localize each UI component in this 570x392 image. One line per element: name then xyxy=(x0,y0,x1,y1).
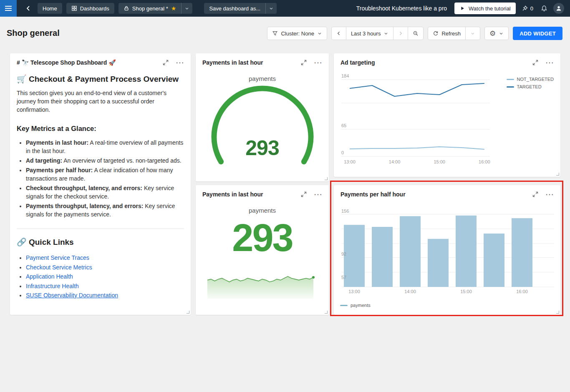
resize-handle[interactable] xyxy=(556,311,559,314)
pin-count: 0 xyxy=(530,5,533,12)
notes-section-heading: 🛒 Checkout & Payment Process Overview xyxy=(17,74,184,84)
widget-header: Ad targeting ⋯ xyxy=(334,53,560,66)
dashboard-settings-button[interactable]: ⚙ xyxy=(484,27,509,40)
save-as-chevron[interactable] xyxy=(265,3,277,14)
refresh-interval-chevron[interactable] xyxy=(465,27,480,40)
cluster-filter-button[interactable]: Cluster: None xyxy=(267,27,327,40)
metrics-list: Payments in last hour: A real-time overv… xyxy=(17,138,184,219)
expand-widget-button[interactable] xyxy=(300,191,307,198)
expand-widget-button[interactable] xyxy=(532,59,539,66)
widget-menu-button[interactable]: ⋯ xyxy=(314,192,322,196)
save-as-group: Save dashboard as... xyxy=(204,3,277,14)
widget-title: Ad targeting xyxy=(340,59,525,66)
widget-menu-button[interactable]: ⋯ xyxy=(545,192,554,196)
metrics-item: Checkout throughput, latency, and errors… xyxy=(26,184,184,201)
page-title: Shop general xyxy=(7,28,60,38)
metric-value: 293 xyxy=(196,218,329,258)
widget-title: # 🔭 Telescope Shop Dashboard 🚀 xyxy=(17,59,156,66)
pinned-items-button[interactable]: 0 xyxy=(520,3,535,13)
time-range-label: Last 3 hours xyxy=(351,30,381,37)
legend-label: TARGETED xyxy=(517,84,542,89)
resize-handle[interactable] xyxy=(187,311,189,314)
expand-widget-button[interactable] xyxy=(532,191,539,198)
metrics-item: Payments in last hour: A real-time overv… xyxy=(26,138,184,155)
bell-icon xyxy=(541,5,547,12)
legend-item-not-targeted[interactable]: NOT_TARGETED xyxy=(507,77,554,82)
notifications-button[interactable] xyxy=(539,3,549,13)
resize-handle[interactable] xyxy=(556,173,559,176)
resize-handle[interactable] xyxy=(325,311,328,314)
metrics-item: Payments throughput, latency, and errors… xyxy=(26,202,184,219)
watch-tutorial-button[interactable]: Watch the tutorial xyxy=(454,3,516,14)
svg-text:14:00: 14:00 xyxy=(404,289,416,294)
list-item: Payment Service Traces xyxy=(26,254,184,261)
expand-icon xyxy=(532,59,539,66)
widget-title: Payments per half hour xyxy=(340,191,525,198)
bar-chart: 156925713:0014:0015:0016:00 xyxy=(334,185,560,315)
series-label: payments xyxy=(196,207,329,214)
legend-item-targeted[interactable]: TARGETED xyxy=(507,84,554,89)
widget-menu-button[interactable]: ⋯ xyxy=(176,60,184,65)
hamburger-icon xyxy=(5,6,12,7)
user-avatar[interactable] xyxy=(553,3,564,14)
chevron-down-icon xyxy=(383,31,388,36)
zoom-out-time-button[interactable] xyxy=(408,27,424,40)
save-dashboard-as-button[interactable]: Save dashboard as... xyxy=(204,3,265,14)
favorite-star-icon[interactable]: ★ xyxy=(171,5,177,11)
dashboard-selector-chevron[interactable] xyxy=(181,3,192,14)
svg-text:16:00: 16:00 xyxy=(516,289,528,294)
expand-icon xyxy=(532,191,539,198)
promo-text: Troubleshoot Kubernetes like a pro xyxy=(356,5,447,12)
widget-header: # 🔭 Telescope Shop Dashboard 🚀 ⋯ xyxy=(10,53,191,66)
chevron-down-icon xyxy=(470,31,475,36)
series-label: payments xyxy=(196,75,329,82)
chevron-down-icon xyxy=(317,31,322,36)
top-navigation-bar: Home Dashboards Shop general * ★ Save da… xyxy=(0,0,570,17)
refresh-group: Refresh xyxy=(428,27,480,40)
metrics-item: Ad targeting: An overview of targeted vs… xyxy=(26,156,184,165)
add-widget-button[interactable]: ADD WIDGET xyxy=(513,27,562,40)
time-range-group: Last 3 hours xyxy=(331,27,424,40)
legend-swatch xyxy=(507,79,514,80)
widget-menu-button[interactable]: ⋯ xyxy=(545,60,554,65)
resize-handle[interactable] xyxy=(325,177,328,180)
time-range-button[interactable]: Last 3 hours xyxy=(346,27,394,40)
chart-legend: NOT_TARGETED TARGETED xyxy=(507,77,554,89)
back-button[interactable] xyxy=(23,3,33,13)
refresh-button[interactable]: Refresh xyxy=(428,27,466,40)
time-back-button[interactable] xyxy=(331,27,346,40)
home-button[interactable]: Home xyxy=(38,3,62,14)
hamburger-menu-button[interactable] xyxy=(0,0,17,17)
expand-icon xyxy=(300,191,307,198)
person-icon xyxy=(555,5,562,12)
link-infrastructure-health[interactable]: Infrastructure Health xyxy=(26,283,79,289)
home-label: Home xyxy=(43,5,57,12)
svg-text:57: 57 xyxy=(341,275,346,280)
time-forward-button[interactable] xyxy=(393,27,408,40)
legend-label: payments xyxy=(351,303,371,308)
svg-text:0: 0 xyxy=(341,150,344,155)
current-dashboard-group: Shop general * ★ xyxy=(119,3,193,14)
line-chart: 18465013:0014:0015:0016:00 xyxy=(334,53,560,177)
current-dashboard-button[interactable]: Shop general * ★ xyxy=(119,3,182,14)
link-checkout-service-metrics[interactable]: Checkout Service Metrics xyxy=(26,264,92,271)
link-application-health[interactable]: Application Health xyxy=(26,273,73,280)
link-payment-service-traces[interactable]: Payment Service Traces xyxy=(26,254,89,261)
filter-funnel-icon xyxy=(272,30,278,36)
refresh-icon xyxy=(433,30,439,36)
expand-widget-button[interactable] xyxy=(162,59,169,66)
cluster-filter-label: Cluster: None xyxy=(281,30,314,37)
expand-widget-button[interactable] xyxy=(300,59,307,66)
svg-text:16:00: 16:00 xyxy=(479,159,490,164)
svg-text:184: 184 xyxy=(341,73,349,78)
legend-swatch xyxy=(507,86,514,88)
zoom-out-icon xyxy=(413,30,419,36)
link-suse-observability-docs[interactable]: SUSE Observability Documentation xyxy=(26,292,118,299)
chart-legend[interactable]: payments xyxy=(340,303,371,308)
gauge-chart xyxy=(196,83,329,174)
notes-metrics-heading: Key Metrics at a Glance: xyxy=(17,125,184,133)
dashboards-button[interactable]: Dashboards xyxy=(66,3,114,14)
list-item: SUSE Observability Documentation xyxy=(26,292,184,299)
dashboards-grid-icon xyxy=(71,5,77,11)
widget-menu-button[interactable]: ⋯ xyxy=(314,60,322,65)
